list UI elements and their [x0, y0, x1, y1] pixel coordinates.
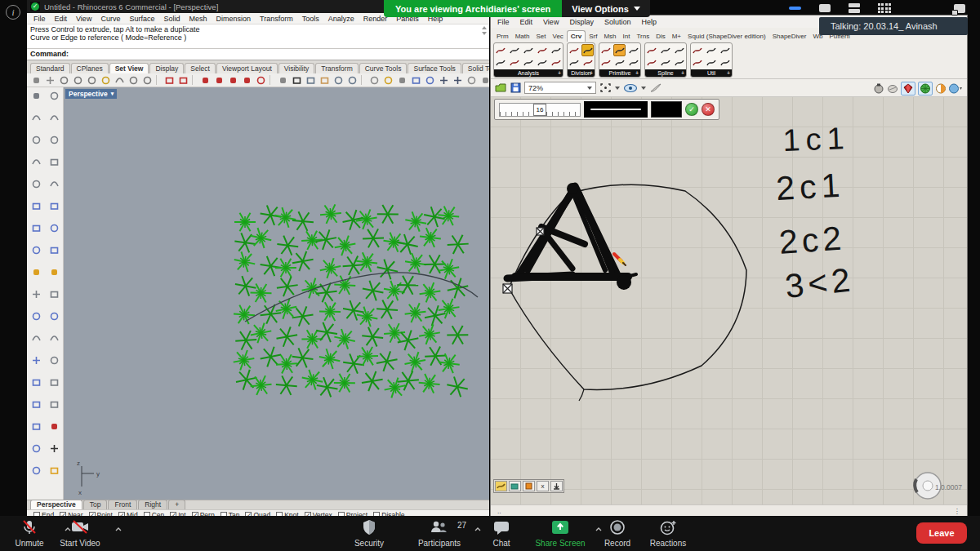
blocks-icon[interactable] — [32, 375, 41, 390]
gallery-view-button[interactable] — [849, 3, 860, 13]
point-icon[interactable] — [50, 89, 59, 104]
curve-handles-icon[interactable] — [50, 111, 59, 126]
view-options-button[interactable]: View Options — [562, 0, 649, 17]
download-tool-button[interactable] — [550, 481, 563, 491]
zoom-lens-icon[interactable] — [140, 74, 154, 86]
gh-menu-edit[interactable]: Edit — [520, 18, 533, 26]
grasshopper-canvas[interactable]: 16 ✓ ✕ — [491, 97, 967, 504]
surface-box-icon[interactable] — [32, 398, 41, 412]
viewport-tab-perspective[interactable]: Perspective — [30, 500, 82, 509]
crv-component-icon[interactable] — [599, 44, 612, 56]
toolbar-tab-solid-tools[interactable]: Solid Tools — [462, 63, 489, 73]
sphere-icon[interactable] — [50, 221, 59, 236]
preview-wire-green-button[interactable] — [918, 82, 933, 96]
bone-icon[interactable] — [50, 420, 59, 434]
zoom-control-start-video[interactable]: Start Video — [43, 519, 117, 548]
box-icon[interactable] — [32, 221, 41, 236]
crv-component-icon[interactable] — [645, 44, 657, 56]
named-view-2-icon[interactable] — [212, 74, 225, 86]
select-arrow-icon[interactable] — [32, 89, 41, 104]
spheres-group-icon[interactable] — [50, 309, 59, 324]
text-tool-icon[interactable] — [32, 353, 41, 368]
resize-grip[interactable]: ⋮ — [954, 507, 961, 515]
surface-edit-icon[interactable] — [50, 243, 59, 258]
zoom-target-icon[interactable] — [127, 74, 140, 86]
surface-corner-icon[interactable] — [50, 199, 59, 214]
toolbar-tab-viewport-layout[interactable]: Viewport Layout — [216, 63, 278, 73]
plane-view-icon[interactable] — [479, 74, 489, 86]
crv-component-icon[interactable] — [673, 56, 685, 69]
gh-tab-prm[interactable]: Prm — [493, 31, 512, 42]
viewport-tab-front[interactable]: Front — [108, 500, 137, 509]
layer-state-red-2-icon[interactable] — [176, 74, 189, 86]
surface-plane-icon[interactable] — [32, 199, 41, 214]
circle-icon[interactable] — [32, 133, 41, 148]
crv-component-icon[interactable] — [568, 56, 580, 69]
grid-blocks-icon[interactable] — [32, 420, 41, 434]
named-view-4-icon[interactable] — [240, 74, 253, 86]
crv-component-icon[interactable] — [691, 44, 703, 56]
move-view-icon[interactable] — [43, 74, 56, 86]
save-file-icon[interactable] — [510, 82, 521, 93]
monitor-icon[interactable] — [304, 74, 317, 86]
crv-component-icon[interactable] — [659, 56, 671, 69]
crv-component-icon[interactable] — [659, 44, 671, 56]
crv-component-icon[interactable] — [522, 44, 534, 56]
preview-shaded-orange-icon[interactable] — [935, 83, 947, 94]
earth-icon[interactable] — [345, 74, 359, 86]
gh-tab-vec[interactable]: Vec — [549, 31, 566, 42]
stroke-width-value[interactable]: 16 — [533, 104, 546, 116]
crv-component-icon[interactable] — [613, 56, 626, 69]
pipe-icon[interactable] — [32, 287, 41, 302]
leave-button[interactable]: Leave — [916, 522, 967, 544]
open-file-icon[interactable] — [495, 82, 507, 93]
crv-component-icon[interactable] — [494, 56, 506, 69]
dot-arrow-icon[interactable] — [50, 353, 59, 368]
gh-tab-squid-shapediver-edition[interactable]: Squid (ShapeDiver edition) — [684, 31, 769, 42]
crv-component-icon[interactable] — [599, 56, 612, 69]
gh-panel-expand[interactable]: + — [590, 70, 593, 76]
toolbar-tab-display[interactable]: Display — [149, 63, 184, 73]
zoom-icon[interactable] — [57, 74, 70, 86]
wipe-icon[interactable] — [887, 83, 898, 94]
crv-component-icon[interactable] — [550, 44, 562, 56]
named-view-3-icon[interactable] — [226, 74, 239, 86]
crv-component-icon[interactable] — [627, 44, 639, 56]
menu-dimension[interactable]: Dimension — [216, 15, 251, 23]
gh-panel-expand[interactable]: + — [635, 70, 639, 76]
toolbar-tab-select[interactable]: Select — [185, 63, 216, 73]
gh-panel-expand[interactable]: + — [681, 70, 684, 76]
cylinders-pair-icon[interactable] — [50, 375, 59, 390]
preview-eye-icon[interactable] — [623, 83, 638, 93]
gh-tab-math[interactable]: Math — [512, 31, 533, 42]
crv-component-icon[interactable] — [691, 56, 703, 69]
crv-component-icon[interactable] — [645, 56, 657, 69]
gh-menu-solution[interactable]: Solution — [604, 18, 631, 26]
gh-tab-dis[interactable]: Dis — [653, 31, 669, 42]
toolbar-tab-set-view[interactable]: Set View — [109, 63, 149, 73]
menu-edit[interactable]: Edit — [55, 15, 68, 23]
crv-component-icon[interactable] — [719, 56, 731, 69]
crown-yellow-icon[interactable] — [32, 265, 41, 280]
preview-gem-red-button[interactable] — [901, 82, 915, 96]
viewport-tab-top[interactable]: Top — [83, 500, 108, 509]
crv-component-icon[interactable] — [494, 44, 506, 56]
camera-icon[interactable] — [290, 74, 303, 86]
curve-arrow-icon[interactable] — [50, 331, 59, 346]
menu-transform[interactable]: Transform — [260, 15, 293, 23]
crv-component-icon[interactable] — [508, 56, 520, 69]
slab-icon[interactable] — [50, 287, 59, 302]
tsquare-icon[interactable] — [451, 74, 464, 86]
viewport-title[interactable]: Perspective▾ — [65, 89, 117, 99]
menu-tools[interactable]: Tools — [302, 15, 319, 23]
magnify-earth-icon[interactable] — [332, 74, 345, 86]
menu-analyze[interactable]: Analyze — [328, 15, 354, 23]
rhino-viewport[interactable]: Perspective▾ z y x — [64, 87, 489, 500]
viewport-tab-right[interactable]: Right — [138, 500, 167, 509]
grid-view-button[interactable] — [878, 3, 892, 13]
gh-tab-msh[interactable]: Msh — [600, 31, 619, 42]
gh-tab-shapediver[interactable]: ShapeDiver — [769, 31, 810, 42]
zoom-window-icon[interactable] — [71, 74, 84, 86]
toolbar-tab-cplanes[interactable]: CPlanes — [71, 63, 109, 73]
curve-icon[interactable] — [32, 111, 41, 126]
